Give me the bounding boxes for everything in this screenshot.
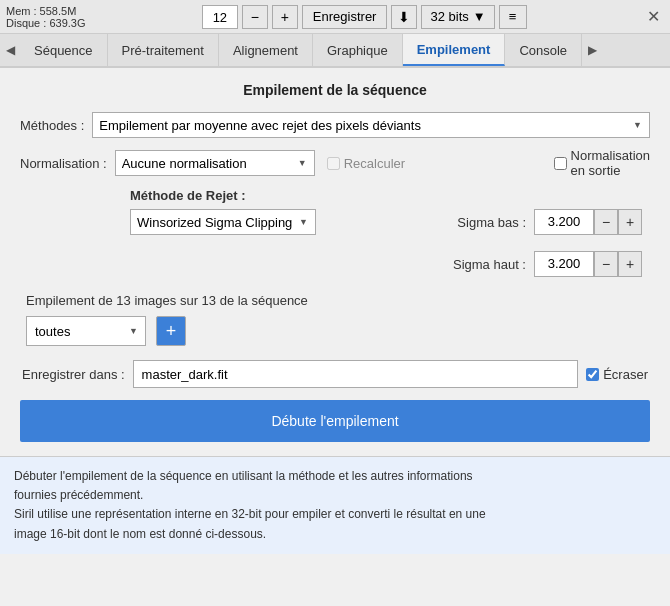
methodes-select-wrapper: Empilement par moyenne avec rejet des pi… bbox=[92, 112, 650, 138]
sigma-controls: Sigma bas : 3.200 − + Sigma haut : 3.200… bbox=[453, 209, 650, 285]
ecraser-checkbox[interactable] bbox=[586, 368, 599, 381]
recalculer-checkbox-label[interactable]: Recalculer bbox=[327, 156, 405, 171]
sigma-haut-row: Sigma haut : 3.200 − + bbox=[453, 251, 646, 277]
enregistrer-button[interactable]: Enregistrer bbox=[302, 5, 388, 29]
add-images-button[interactable]: + bbox=[156, 316, 186, 346]
info-line2: fournies précédemment. bbox=[14, 488, 143, 502]
sigma-bas-row: Sigma bas : 3.200 − + bbox=[453, 209, 646, 235]
toutes-row: toutes + bbox=[26, 316, 650, 346]
sigma-bas-minus-button[interactable]: − bbox=[594, 209, 618, 235]
methodes-label: Méthodes : bbox=[20, 118, 84, 133]
nav-arrow-right[interactable]: ▶ bbox=[582, 34, 602, 66]
sigma-bas-plus-button[interactable]: + bbox=[618, 209, 642, 235]
nav-arrow-left[interactable]: ◀ bbox=[0, 34, 20, 66]
normalisation-sortie-text: Normalisation en sortie bbox=[571, 148, 650, 178]
images-info: Empilement de 13 images sur 13 de la séq… bbox=[26, 293, 650, 308]
main-panel: Empilement de la séquence Méthodes : Emp… bbox=[0, 68, 670, 456]
close-button[interactable]: ✕ bbox=[643, 7, 664, 26]
tab-alignement[interactable]: Alignement bbox=[219, 34, 313, 66]
sigma-haut-label: Sigma haut : bbox=[453, 257, 526, 272]
info-line3: Siril utilise une représentation interne… bbox=[14, 507, 486, 521]
tab-empilement[interactable]: Empilement bbox=[403, 34, 506, 66]
ecraser-checkbox-label[interactable]: Écraser bbox=[586, 367, 648, 382]
bits-label: 32 bits bbox=[430, 9, 468, 24]
rejet-title: Méthode de Rejet : bbox=[130, 188, 650, 203]
counter-plus-button[interactable]: + bbox=[272, 5, 298, 29]
normalisation-select-wrapper: Aucune normalisation bbox=[115, 150, 315, 176]
enregistrer-dans-row: Enregistrer dans : Écraser bbox=[20, 360, 650, 388]
section-title: Empilement de la séquence bbox=[20, 82, 650, 98]
counter-minus-button[interactable]: − bbox=[242, 5, 268, 29]
enregistrer-dans-input[interactable] bbox=[133, 360, 579, 388]
tab-pretraitement[interactable]: Pré-traitement bbox=[108, 34, 219, 66]
normalisation-row: Normalisation : Aucune normalisation Rec… bbox=[20, 148, 650, 178]
normalisation-sortie-checkbox[interactable] bbox=[554, 157, 567, 170]
mem-info: Mem : 558.5M bbox=[6, 5, 86, 17]
methodes-select[interactable]: Empilement par moyenne avec rejet des pi… bbox=[92, 112, 650, 138]
sigma-haut-minus-button[interactable]: − bbox=[594, 251, 618, 277]
title-bar: Mem : 558.5M Disque : 639.3G 12 − + Enre… bbox=[0, 0, 670, 34]
toutes-select-wrapper: toutes bbox=[26, 316, 146, 346]
rejet-section: Méthode de Rejet : Winsorized Sigma Clip… bbox=[20, 188, 650, 285]
recalculer-label-text: Recalculer bbox=[344, 156, 405, 171]
disk-info: Disque : 639.3G bbox=[6, 17, 86, 29]
normalisation-label: Normalisation : bbox=[20, 156, 107, 171]
sigma-haut-plus-button[interactable]: + bbox=[618, 251, 642, 277]
toutes-select[interactable]: toutes bbox=[26, 316, 146, 346]
nav-tabs: ◀ Séquence Pré-traitement Alignement Gra… bbox=[0, 34, 670, 68]
tab-console[interactable]: Console bbox=[505, 34, 582, 66]
sigma-bas-value: 3.200 bbox=[534, 209, 594, 235]
normalisation-sortie-checkbox-label[interactable]: Normalisation en sortie bbox=[554, 148, 650, 178]
ecraser-label-text: Écraser bbox=[603, 367, 648, 382]
tab-sequence[interactable]: Séquence bbox=[20, 34, 108, 66]
counter-display: 12 bbox=[202, 5, 238, 29]
menu-button[interactable]: ≡ bbox=[499, 5, 527, 29]
system-info: Mem : 558.5M Disque : 639.3G bbox=[6, 5, 86, 29]
bits-arrow-icon: ▼ bbox=[473, 9, 486, 24]
rejet-select-wrapper: Winsorized Sigma Clipping bbox=[130, 209, 316, 235]
bits-selector-button[interactable]: 32 bits ▼ bbox=[421, 5, 494, 29]
info-line1: Débuter l'empilement de la séquence en u… bbox=[14, 469, 473, 483]
rejet-select[interactable]: Winsorized Sigma Clipping bbox=[130, 209, 316, 235]
title-controls: 12 − + Enregistrer ⬇ 32 bits ▼ ≡ bbox=[202, 5, 527, 29]
normalisation-sortie-area: Normalisation en sortie bbox=[542, 148, 650, 178]
normalisation-select[interactable]: Aucune normalisation bbox=[115, 150, 315, 176]
info-box: Débuter l'empilement de la séquence en u… bbox=[0, 456, 670, 554]
sigma-bas-label: Sigma bas : bbox=[457, 215, 526, 230]
rejet-content: Winsorized Sigma Clipping Sigma bas : 3.… bbox=[20, 209, 650, 285]
enregistrer-dans-label: Enregistrer dans : bbox=[22, 367, 125, 382]
info-line4: image 16-bit dont le nom est donné ci-de… bbox=[14, 527, 266, 541]
methodes-row: Méthodes : Empilement par moyenne avec r… bbox=[20, 112, 650, 138]
tab-graphique[interactable]: Graphique bbox=[313, 34, 403, 66]
debute-empilement-button[interactable]: Débute l'empilement bbox=[20, 400, 650, 442]
sigma-haut-value: 3.200 bbox=[534, 251, 594, 277]
download-button[interactable]: ⬇ bbox=[391, 5, 417, 29]
recalculer-checkbox[interactable] bbox=[327, 157, 340, 170]
